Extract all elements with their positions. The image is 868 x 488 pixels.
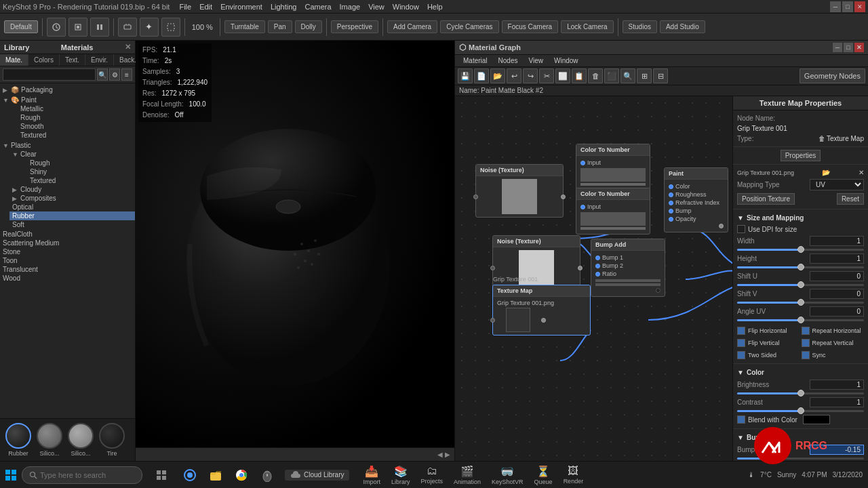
- mg-tool-cut[interactable]: ✂: [539, 68, 554, 83]
- tree-item-stone[interactable]: Stone: [0, 247, 135, 256]
- studios-button[interactable]: Studios: [623, 20, 657, 33]
- mg-menu-material[interactable]: Material: [459, 56, 492, 65]
- cloud-library-button[interactable]: Cloud Library: [285, 470, 349, 481]
- shift-u-input[interactable]: [810, 271, 864, 281]
- close-button[interactable]: ✕: [854, 1, 865, 12]
- use-dpi-checkbox[interactable]: [737, 225, 745, 233]
- height-input[interactable]: [810, 253, 864, 264]
- position-texture-button[interactable]: Position Texture: [737, 193, 795, 205]
- menu-camera[interactable]: Camera: [300, 3, 335, 11]
- height-slider[interactable]: [737, 266, 864, 268]
- tab-textures[interactable]: Text.: [60, 54, 85, 66]
- menu-image[interactable]: Image: [336, 3, 365, 11]
- taskbar-icon-view-all[interactable]: [151, 468, 172, 482]
- taskbar-import-button[interactable]: 📥 Import: [357, 464, 386, 487]
- taskbar-icon-file-explorer[interactable]: [203, 467, 228, 483]
- tree-item-toon[interactable]: Toon: [0, 256, 135, 265]
- mapping-type-dropdown[interactable]: UV: [810, 179, 864, 190]
- thumb-silico2[interactable]: Silico...: [66, 423, 95, 457]
- mg-tool-redo[interactable]: ↪: [523, 68, 538, 83]
- maximize-button[interactable]: □: [842, 1, 853, 12]
- windows-logo-icon[interactable]: [5, 470, 16, 481]
- color-swatch[interactable]: [803, 415, 830, 424]
- search-button[interactable]: 🔍: [97, 68, 108, 81]
- mg-tool-zoom[interactable]: 🔍: [620, 68, 635, 83]
- tree-item-cloudy[interactable]: ▶ Cloudy: [9, 185, 135, 194]
- tree-item-textured[interactable]: Textured: [9, 131, 135, 140]
- menu-lighting[interactable]: Lighting: [267, 3, 301, 11]
- region-button[interactable]: [161, 18, 180, 37]
- performance-mode-button[interactable]: [47, 18, 66, 37]
- search-input[interactable]: [3, 68, 96, 81]
- menu-environment[interactable]: Environment: [216, 3, 267, 11]
- minimize-button[interactable]: ─: [830, 1, 841, 12]
- tree-item-optical[interactable]: Optical: [9, 203, 135, 211]
- file-open-icon[interactable]: 📂: [822, 169, 830, 176]
- mg-tool-delete[interactable]: 🗑: [588, 68, 603, 83]
- workspace-button[interactable]: Default: [4, 20, 38, 33]
- denoise-button[interactable]: ✦: [140, 18, 159, 37]
- reset-button[interactable]: Reset: [837, 193, 864, 205]
- pan-button[interactable]: Pan: [268, 20, 292, 33]
- brightness-input[interactable]: [810, 380, 864, 390]
- shift-v-input[interactable]: [810, 289, 864, 299]
- angle-uv-slider[interactable]: [737, 319, 864, 321]
- node-color-to-number1[interactable]: Color To Number Input: [576, 144, 650, 190]
- contrast-slider[interactable]: [737, 410, 864, 412]
- menu-help[interactable]: Help: [423, 3, 447, 11]
- node-noise1[interactable]: Noise (Texture): [475, 164, 564, 218]
- node-color-to-number2[interactable]: Color To Number Input: [576, 188, 650, 235]
- tree-item-rubber[interactable]: Rubber: [9, 211, 135, 220]
- taskbar-search-input[interactable]: [40, 471, 135, 479]
- focus-camera-button[interactable]: Focus Camera: [502, 20, 559, 33]
- node-bump-add[interactable]: Bump Add Bump 1 Bump 2 Ratio: [591, 239, 665, 297]
- mg-tool-frame[interactable]: ⊟: [653, 68, 668, 83]
- shift-u-slider[interactable]: [737, 284, 864, 286]
- taskbar-icon-cortana[interactable]: [178, 467, 202, 483]
- turntable-button[interactable]: Turntable: [224, 20, 265, 33]
- tab-colors[interactable]: Colors: [28, 54, 60, 66]
- width-slider[interactable]: [737, 249, 864, 251]
- tree-item-scattering[interactable]: Scattering Medium: [0, 239, 135, 247]
- tree-item-shiny[interactable]: Shiny: [27, 167, 135, 176]
- tree-item-smooth[interactable]: Smooth: [9, 122, 135, 131]
- tree-item-packaging[interactable]: ▶ 📦 Packaging: [0, 85, 135, 95]
- node-graph[interactable]: Noise (Texture) Color To Number: [455, 96, 732, 461]
- view-button[interactable]: ≡: [121, 68, 132, 81]
- taskbar-keyshot-vr-button[interactable]: 🥽 KeyShotVR: [486, 464, 529, 487]
- angle-uv-input[interactable]: [810, 306, 864, 317]
- menu-edit[interactable]: Edit: [195, 3, 216, 11]
- add-camera-button[interactable]: Add Camera: [387, 20, 437, 33]
- tree-item-composites[interactable]: ▶ Composites: [9, 194, 135, 203]
- sync-checkbox[interactable]: [802, 351, 810, 359]
- tab-materials[interactable]: Mate.: [0, 54, 28, 66]
- menu-window[interactable]: Window: [389, 3, 423, 11]
- sort-button[interactable]: ⚙: [109, 68, 120, 81]
- tree-item-wood[interactable]: Wood: [0, 274, 135, 283]
- taskbar-search[interactable]: [22, 466, 142, 484]
- shift-v-slider[interactable]: [737, 302, 864, 304]
- tree-item-metallic[interactable]: Metallic: [9, 104, 135, 113]
- add-studio-button[interactable]: Add Studio: [660, 20, 705, 33]
- flip-horizontal-checkbox[interactable]: [737, 327, 745, 335]
- tree-item-textured2[interactable]: Textured: [27, 176, 135, 185]
- tree-item-clear[interactable]: ▼ Clear: [9, 150, 135, 159]
- gpu-button[interactable]: [118, 18, 137, 37]
- mg-close[interactable]: ✕: [854, 43, 864, 52]
- geometry-nodes-button[interactable]: Geometry Nodes: [800, 68, 865, 83]
- mg-tool-fit[interactable]: ⊞: [637, 68, 652, 83]
- thumb-rubber[interactable]: Rubber: [4, 423, 33, 457]
- mg-tool-select-all[interactable]: ⬛: [604, 68, 619, 83]
- perspective-button[interactable]: Perspective: [331, 20, 378, 33]
- tree-item-rough[interactable]: Rough: [9, 113, 135, 122]
- close-left-panel-button[interactable]: ✕: [125, 43, 131, 52]
- tree-item-paint[interactable]: ▼ 🎨 Paint Metallic Rough Smo: [0, 95, 135, 140]
- tree-item-soft[interactable]: Soft: [9, 220, 135, 229]
- taskbar-library-button[interactable]: 📚 Library: [386, 464, 416, 487]
- flip-vertical-checkbox[interactable]: [737, 339, 745, 347]
- dolly-button[interactable]: Dolly: [295, 20, 322, 33]
- cpu-usage-button[interactable]: [68, 18, 87, 37]
- tree-item-realcloth[interactable]: RealCloth: [0, 230, 135, 239]
- properties-tab-button[interactable]: Properties: [781, 150, 821, 161]
- mg-maximize[interactable]: □: [844, 43, 853, 52]
